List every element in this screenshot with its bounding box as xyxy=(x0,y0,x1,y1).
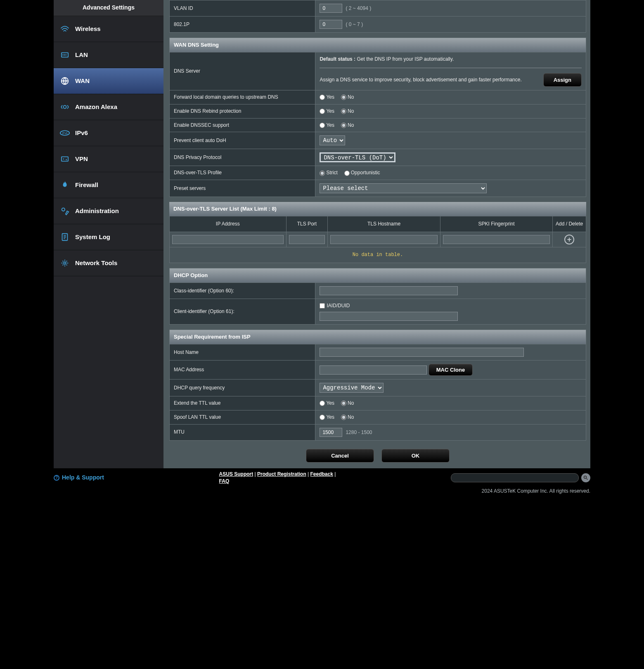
client-id-input[interactable] xyxy=(320,312,458,321)
dot-table: IP AddressTLS PortTLS HostnameSPKI Finge… xyxy=(169,216,586,247)
help-support[interactable]: ?Help & Support xyxy=(54,474,104,482)
dnssec-yes-radio[interactable] xyxy=(320,123,325,128)
sidebar-item-wan[interactable]: WAN xyxy=(54,68,163,94)
class-id-input[interactable] xyxy=(320,286,458,295)
footer: ?Help & Support ASUS Support | Product R… xyxy=(54,468,590,486)
spoof-yes-radio[interactable] xyxy=(320,415,325,420)
link-faq[interactable]: FAQ xyxy=(219,478,230,484)
forward-yes-radio[interactable] xyxy=(320,95,325,100)
sidebar-item-lan[interactable]: LAN xyxy=(54,42,163,68)
link-registration[interactable]: Product Registration xyxy=(257,471,306,477)
forward-domain-label: Forward local domain queries to upstream… xyxy=(170,90,315,104)
search-button[interactable] xyxy=(581,473,590,482)
freq-label: DHCP query frequency xyxy=(170,380,315,396)
strict-radio[interactable] xyxy=(320,171,325,176)
log-icon xyxy=(59,232,71,242)
dot-host-input[interactable] xyxy=(330,235,437,244)
rebind-no-radio[interactable] xyxy=(341,109,346,114)
svg-point-8 xyxy=(64,262,66,264)
vlan-id-hint: ( 2 ~ 4094 ) xyxy=(346,5,371,11)
copyright: 2024 ASUSTeK Computer Inc. All rights re… xyxy=(54,486,590,498)
vlan-id-label: VLAN ID xyxy=(170,0,315,16)
wireless-icon xyxy=(59,24,71,34)
privacy-protocol-select[interactable]: DNS-over-TLS (DoT) xyxy=(320,152,395,162)
dhcp-header: DHCP Option xyxy=(170,268,586,282)
rebind-yes-radio[interactable] xyxy=(320,109,325,114)
sidebar-item-wireless[interactable]: Wireless xyxy=(54,16,163,42)
sidebar-item-nettools[interactable]: Network Tools xyxy=(54,250,163,276)
vlan-id-input[interactable] xyxy=(320,4,342,13)
search-input[interactable] xyxy=(451,473,579,482)
dot-spki-input[interactable] xyxy=(443,235,550,244)
ok-button[interactable]: OK xyxy=(381,449,450,463)
svg-point-9 xyxy=(584,476,587,478)
dot-port-input[interactable] xyxy=(289,235,325,244)
wan-dns-header: WAN DNS Setting xyxy=(170,38,586,52)
sidebar-item-admin[interactable]: Administration xyxy=(54,198,163,224)
8021p-input[interactable] xyxy=(320,20,342,29)
dot-header: DNS-over-TLS Server List (Max Limit : 8) xyxy=(169,202,586,216)
sidebar-item-ipv6[interactable]: IPv6IPv6 xyxy=(54,120,163,146)
mtu-label: MTU xyxy=(170,425,315,440)
sidebar-item-label: Amazon Alexa xyxy=(75,102,117,111)
svg-point-6 xyxy=(62,208,65,211)
col-ip: IP Address xyxy=(170,216,286,232)
doh-select[interactable]: Auto xyxy=(320,135,345,145)
help-icon: ? xyxy=(54,475,59,481)
link-feedback[interactable]: Feedback xyxy=(310,471,333,477)
help-label: Help & Support xyxy=(62,474,104,482)
mtu-input[interactable] xyxy=(320,428,342,437)
dot-ip-input[interactable] xyxy=(172,235,284,244)
freq-select[interactable]: Aggressive Mode xyxy=(320,383,384,393)
dot-empty: No data in table. xyxy=(169,247,586,263)
doh-label: Prevent client auto DoH xyxy=(170,132,315,149)
iaid-checkbox[interactable] xyxy=(320,303,325,308)
divider xyxy=(320,68,582,68)
profile-label: DNS-over-TLS Profile xyxy=(170,166,315,180)
sidebar-item-vpn[interactable]: VPN xyxy=(54,146,163,172)
forward-no-radio[interactable] xyxy=(341,95,346,100)
link-support[interactable]: ASUS Support xyxy=(219,471,253,477)
ttl-label: Extend the TTL value xyxy=(170,396,315,410)
dhcp-table: DHCP Option Class-identifier (Option 60)… xyxy=(169,268,586,325)
sidebar-item-firewall[interactable]: Firewall xyxy=(54,172,163,198)
sidebar: Advanced Settings Wireless LAN WAN Amazo… xyxy=(54,0,163,468)
default-status-text: Get the DNS IP from your ISP automatical… xyxy=(357,56,454,62)
rebind-label: Enable DNS Rebind protection xyxy=(170,104,315,118)
isp-table: Special Requirement from ISP Host Name M… xyxy=(169,330,586,441)
sidebar-item-label: Administration xyxy=(75,206,119,215)
iaid-label: IAID/DUID xyxy=(327,303,350,308)
vpn-icon xyxy=(59,154,71,164)
alexa-icon xyxy=(59,102,71,112)
cancel-button[interactable]: Cancel xyxy=(306,449,374,463)
spoof-label: Spoof LAN TTL value xyxy=(170,410,315,424)
mac-input[interactable] xyxy=(320,365,427,375)
spoof-no-radio[interactable] xyxy=(341,415,346,420)
svg-text:IPv6: IPv6 xyxy=(62,131,67,134)
assign-text: Assign a DNS service to improve security… xyxy=(320,76,535,83)
default-status-label: Default status : xyxy=(320,56,355,62)
assign-button[interactable]: Assign xyxy=(543,73,582,87)
host-input[interactable] xyxy=(320,348,524,357)
tools-icon xyxy=(59,258,71,268)
opportunistic-radio[interactable] xyxy=(344,171,350,176)
sidebar-item-label: IPv6 xyxy=(75,128,88,137)
preset-servers-select[interactable]: Please select xyxy=(320,183,487,193)
sidebar-item-alexa[interactable]: Amazon Alexa xyxy=(54,94,163,120)
lan-icon xyxy=(59,50,71,60)
ttl-yes-radio[interactable] xyxy=(320,401,325,406)
gear-icon xyxy=(59,206,71,216)
svg-point-2 xyxy=(63,105,66,108)
mtu-hint: 1280 - 1500 xyxy=(346,429,372,435)
add-icon[interactable]: + xyxy=(564,235,574,244)
dnssec-no-radio[interactable] xyxy=(341,123,346,128)
mac-clone-button[interactable]: MAC Clone xyxy=(429,364,473,376)
ttl-no-radio[interactable] xyxy=(341,401,346,406)
col-port: TLS Port xyxy=(286,216,328,232)
sidebar-item-label: VPN xyxy=(75,154,88,163)
sidebar-item-label: WAN xyxy=(75,76,90,85)
8021p-hint: ( 0 ~ 7 ) xyxy=(346,21,363,27)
class-id-label: Class-identifier (Option 60): xyxy=(170,283,315,299)
sidebar-item-syslog[interactable]: System Log xyxy=(54,224,163,250)
sidebar-item-label: Network Tools xyxy=(75,259,117,267)
